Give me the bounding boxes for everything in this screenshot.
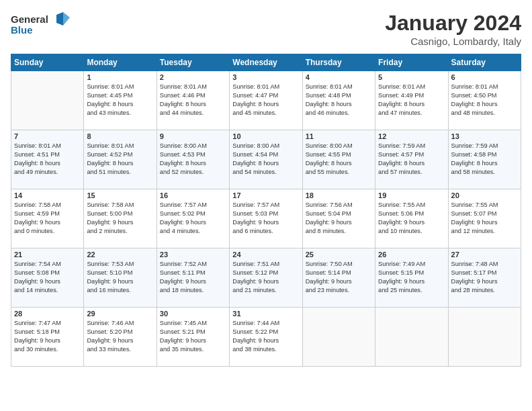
day-info: Sunrise: 7:51 AMSunset: 5:12 PMDaylight:… [232,260,299,295]
calendar-cell: 22Sunrise: 7:53 AMSunset: 5:10 PMDayligh… [84,248,157,308]
calendar-cell: 12Sunrise: 7:59 AMSunset: 4:57 PMDayligh… [375,130,448,189]
day-info: Sunrise: 8:01 AMSunset: 4:46 PMDaylight:… [160,83,226,118]
weekday-header: Friday [375,54,448,71]
calendar-week-row: 7Sunrise: 8:01 AMSunset: 4:51 PMDaylight… [11,130,521,189]
day-number: 15 [87,191,153,199]
calendar-week-row: 28Sunrise: 7:47 AMSunset: 5:18 PMDayligh… [11,308,521,367]
weekday-header: Monday [84,54,157,71]
day-number: 1 [87,73,153,81]
calendar-cell: 13Sunrise: 7:59 AMSunset: 4:58 PMDayligh… [448,130,521,189]
calendar-week-row: 1Sunrise: 8:01 AMSunset: 4:45 PMDaylight… [11,71,521,130]
day-info: Sunrise: 8:00 AMSunset: 4:55 PMDaylight:… [306,142,372,177]
calendar-cell [448,308,521,367]
calendar-cell: 10Sunrise: 8:00 AMSunset: 4:54 PMDayligh… [230,130,302,189]
day-number: 27 [451,250,518,259]
calendar-cell: 4Sunrise: 8:01 AMSunset: 4:48 PMDaylight… [302,71,375,130]
calendar-page: General Blue January 2024 Casnigo, Lomba… [0,0,532,411]
day-info: Sunrise: 7:59 AMSunset: 4:58 PMDaylight:… [451,142,518,177]
day-info: Sunrise: 8:01 AMSunset: 4:48 PMDaylight:… [306,83,372,118]
calendar-cell: 15Sunrise: 7:58 AMSunset: 5:00 PMDayligh… [84,189,157,248]
day-number: 24 [232,250,299,259]
calendar-cell: 31Sunrise: 7:44 AMSunset: 5:22 PMDayligh… [230,308,302,367]
day-info: Sunrise: 7:49 AMSunset: 5:15 PMDaylight:… [378,260,445,295]
day-info: Sunrise: 7:58 AMSunset: 5:00 PMDaylight:… [87,201,153,236]
day-info: Sunrise: 7:44 AMSunset: 5:22 PMDaylight:… [232,319,299,354]
calendar-cell: 6Sunrise: 8:01 AMSunset: 4:50 PMDaylight… [448,71,521,130]
day-number: 8 [87,132,153,140]
day-number: 7 [14,132,81,140]
calendar-cell: 28Sunrise: 7:47 AMSunset: 5:18 PMDayligh… [11,308,84,367]
svg-marker-3 [63,12,70,26]
day-number: 21 [14,250,81,259]
day-info: Sunrise: 7:56 AMSunset: 5:04 PMDaylight:… [306,201,372,236]
calendar-cell: 19Sunrise: 7:55 AMSunset: 5:06 PMDayligh… [375,189,448,248]
day-number: 29 [87,310,153,318]
svg-text:General: General [11,13,48,25]
day-info: Sunrise: 7:46 AMSunset: 5:20 PMDaylight:… [87,319,153,354]
day-info: Sunrise: 7:45 AMSunset: 5:21 PMDaylight:… [160,319,226,354]
calendar-cell: 5Sunrise: 8:01 AMSunset: 4:49 PMDaylight… [375,71,448,130]
calendar-cell: 30Sunrise: 7:45 AMSunset: 5:21 PMDayligh… [157,308,229,367]
day-info: Sunrise: 7:59 AMSunset: 4:57 PMDaylight:… [378,142,445,177]
day-info: Sunrise: 7:47 AMSunset: 5:18 PMDaylight:… [14,319,81,354]
title-section: January 2024 Casnigo, Lombardy, Italy [385,11,521,47]
calendar-cell: 29Sunrise: 7:46 AMSunset: 5:20 PMDayligh… [84,308,157,367]
day-number: 19 [378,191,445,199]
calendar-week-row: 21Sunrise: 7:54 AMSunset: 5:08 PMDayligh… [11,248,521,308]
calendar-cell: 16Sunrise: 7:57 AMSunset: 5:02 PMDayligh… [157,189,229,248]
calendar-cell: 7Sunrise: 8:01 AMSunset: 4:51 PMDaylight… [11,130,84,189]
day-info: Sunrise: 7:48 AMSunset: 5:17 PMDaylight:… [451,260,518,295]
svg-text:Blue: Blue [11,24,33,36]
weekday-header: Tuesday [157,54,229,71]
calendar-cell: 25Sunrise: 7:50 AMSunset: 5:14 PMDayligh… [302,248,375,308]
day-number: 30 [160,310,226,318]
day-info: Sunrise: 8:01 AMSunset: 4:47 PMDaylight:… [232,83,299,118]
day-info: Sunrise: 7:57 AMSunset: 5:03 PMDaylight:… [232,201,299,236]
day-info: Sunrise: 8:00 AMSunset: 4:53 PMDaylight:… [160,142,226,177]
day-number: 3 [232,73,299,81]
day-number: 20 [451,191,518,199]
day-number: 9 [160,132,226,140]
calendar-cell: 11Sunrise: 8:00 AMSunset: 4:55 PMDayligh… [302,130,375,189]
calendar-cell [11,71,84,130]
day-number: 5 [378,73,445,81]
svg-marker-2 [56,12,63,26]
calendar-cell [302,308,375,367]
calendar-cell [375,308,448,367]
calendar-cell: 24Sunrise: 7:51 AMSunset: 5:12 PMDayligh… [230,248,302,308]
day-number: 12 [378,132,445,140]
logo: General Blue [11,11,71,40]
day-info: Sunrise: 8:00 AMSunset: 4:54 PMDaylight:… [232,142,299,177]
calendar-cell: 8Sunrise: 8:01 AMSunset: 4:52 PMDaylight… [84,130,157,189]
day-number: 25 [306,250,372,259]
day-info: Sunrise: 8:01 AMSunset: 4:50 PMDaylight:… [451,83,518,118]
calendar-cell: 18Sunrise: 7:56 AMSunset: 5:04 PMDayligh… [302,189,375,248]
calendar-cell: 9Sunrise: 8:00 AMSunset: 4:53 PMDaylight… [157,130,229,189]
day-info: Sunrise: 8:01 AMSunset: 4:52 PMDaylight:… [87,142,153,177]
day-info: Sunrise: 7:50 AMSunset: 5:14 PMDaylight:… [306,260,372,295]
day-number: 14 [14,191,81,199]
weekday-header-row: SundayMondayTuesdayWednesdayThursdayFrid… [11,54,521,71]
calendar-cell: 27Sunrise: 7:48 AMSunset: 5:17 PMDayligh… [448,248,521,308]
day-number: 28 [14,310,81,318]
weekday-header: Sunday [11,54,84,71]
day-info: Sunrise: 7:52 AMSunset: 5:11 PMDaylight:… [160,260,226,295]
header: General Blue January 2024 Casnigo, Lomba… [11,11,521,47]
calendar-cell: 2Sunrise: 8:01 AMSunset: 4:46 PMDaylight… [157,71,229,130]
day-info: Sunrise: 7:55 AMSunset: 5:07 PMDaylight:… [451,201,518,236]
day-number: 17 [232,191,299,199]
day-number: 4 [306,73,372,81]
calendar-cell: 3Sunrise: 8:01 AMSunset: 4:47 PMDaylight… [230,71,302,130]
day-number: 23 [160,250,226,259]
calendar-cell: 14Sunrise: 7:58 AMSunset: 4:59 PMDayligh… [11,189,84,248]
calendar-cell: 23Sunrise: 7:52 AMSunset: 5:11 PMDayligh… [157,248,229,308]
day-info: Sunrise: 8:01 AMSunset: 4:49 PMDaylight:… [378,83,445,118]
day-number: 26 [378,250,445,259]
day-number: 2 [160,73,226,81]
calendar-week-row: 14Sunrise: 7:58 AMSunset: 4:59 PMDayligh… [11,189,521,248]
day-info: Sunrise: 8:01 AMSunset: 4:51 PMDaylight:… [14,142,81,177]
weekday-header: Thursday [302,54,375,71]
day-info: Sunrise: 7:54 AMSunset: 5:08 PMDaylight:… [14,260,81,295]
calendar-cell: 21Sunrise: 7:54 AMSunset: 5:08 PMDayligh… [11,248,84,308]
day-info: Sunrise: 7:57 AMSunset: 5:02 PMDaylight:… [160,201,226,236]
